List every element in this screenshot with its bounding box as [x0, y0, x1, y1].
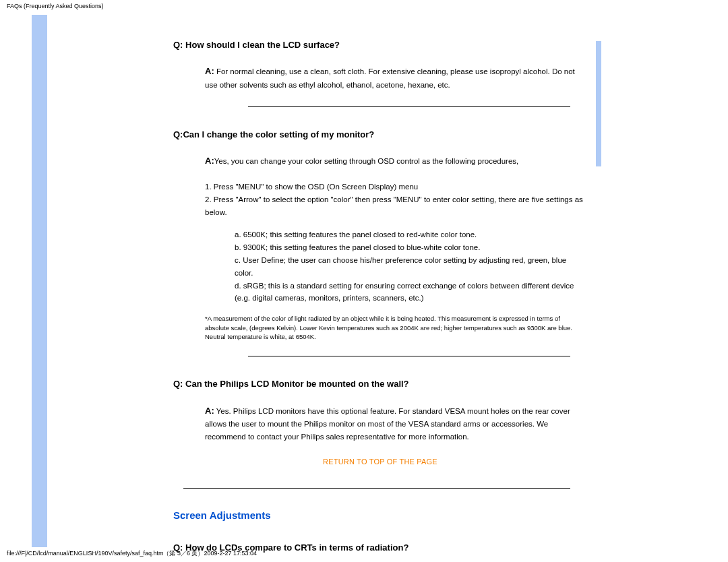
faq2-opt-b: b. 9300K; this setting features the pane…: [235, 241, 585, 254]
faq2-answer: A:Yes, you can change your color setting…: [205, 154, 585, 168]
faq3-a-text: Yes. Philips LCD monitors have this opti…: [205, 407, 570, 441]
faq1-question: Q: How should I clean the LCD surface?: [173, 38, 585, 52]
faq2-opt-d: d. sRGB; this is a standard setting for …: [235, 280, 585, 305]
faq3-question: Q: Can the Philips LCD Monitor be mounte…: [173, 377, 585, 391]
faq2-question: Q:Can I change the color setting of my m…: [173, 127, 585, 142]
faq2-step2: 2. Press "Arrow" to select the option "c…: [205, 193, 585, 219]
faq3-a-label: A:: [205, 406, 214, 416]
separator: [248, 356, 570, 356]
page-container: Q: How should I clean the LCD surface? A…: [32, 15, 601, 562]
faq2-options: a. 6500K; this setting features the pane…: [235, 228, 585, 305]
faq2-step1: 1. Press "MENU" to show the OSD (On Scre…: [205, 181, 585, 193]
faq2-footnote: *A measurement of the color of light rad…: [205, 314, 585, 341]
faq2-opt-a: a. 6500K; this setting features the pane…: [235, 228, 585, 241]
main-content: Q: How should I clean the LCD surface? A…: [47, 15, 596, 562]
page-footer-path: file:///F|/CD/lcd/manual/ENGLISH/190V/sa…: [7, 549, 257, 558]
faq2-a-text: Yes, you can change your color setting t…: [214, 157, 519, 165]
left-sidebar-bar: [32, 15, 47, 547]
section-heading-screen-adjustments: Screen Adjustments: [173, 507, 585, 524]
return-to-top-link[interactable]: RETURN TO TOP OF THE PAGE: [175, 456, 585, 468]
return-to-top-anchor[interactable]: RETURN TO TOP OF THE PAGE: [323, 458, 437, 466]
page-header-text: FAQs (Frequently Asked Questions): [7, 3, 104, 9]
faq3-answer: A: Yes. Philips LCD monitors have this o…: [205, 404, 585, 443]
faq2-a-label: A:: [205, 156, 214, 166]
faq1-a-text: For normal cleaning, use a clean, soft c…: [205, 67, 575, 88]
right-scrollbar-hint: [596, 41, 601, 166]
faq2-opt-c: c. User Define; the user can choose his/…: [235, 254, 585, 280]
separator: [248, 106, 570, 107]
faq2-steps: 1. Press "MENU" to show the OSD (On Scre…: [205, 181, 585, 219]
faq1-answer: A: For normal cleaning, use a clean, sof…: [205, 64, 585, 91]
faq1-a-label: A:: [205, 66, 214, 76]
separator-wide: [183, 488, 570, 489]
